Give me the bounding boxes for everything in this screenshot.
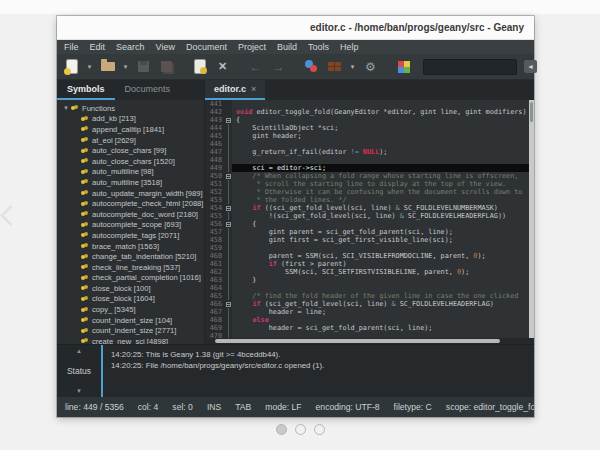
- symbol-item[interactable]: append_calltip [1841]: [63, 124, 204, 135]
- code-text[interactable]: if (first > parent): [232, 260, 534, 268]
- code-text[interactable]: ScintillaObject *sci;: [232, 124, 534, 132]
- tab-status[interactable]: Status: [67, 366, 91, 376]
- tab-scroll-up-icon[interactable]: ▲: [76, 348, 82, 354]
- symbol-item[interactable]: count_indent_size [2771]: [63, 325, 204, 336]
- expander-icon[interactable]: ▼: [63, 105, 71, 111]
- code-text[interactable]: gint header;: [232, 132, 534, 140]
- menu-build[interactable]: Build: [277, 40, 297, 54]
- fold-marker-icon[interactable]: [225, 172, 232, 180]
- carousel-dot-1[interactable]: [276, 424, 287, 435]
- code-text[interactable]: * the folded lines. */: [232, 196, 534, 204]
- menu-help[interactable]: Help: [340, 40, 359, 54]
- symbol-item[interactable]: auto_close_chars [99]: [63, 145, 204, 156]
- code-text[interactable]: * Otherwise it can be confusing when the…: [232, 188, 534, 196]
- symbol-item[interactable]: autocomplete_check_html [2088]: [63, 198, 204, 209]
- code-text[interactable]: sci = editor->sci;: [232, 164, 534, 172]
- fold-marker-icon[interactable]: [225, 204, 232, 212]
- code-text[interactable]: [232, 156, 534, 164]
- search-input[interactable]: [423, 59, 517, 75]
- carousel-dot-2[interactable]: [295, 424, 306, 435]
- code-text[interactable]: [232, 244, 534, 252]
- horizontal-scrollbar-thumb[interactable]: [215, 339, 500, 343]
- code-text[interactable]: [232, 100, 534, 108]
- nav-forward-button[interactable]: →: [269, 57, 288, 76]
- symbol-item[interactable]: count_indent_size [104]: [63, 315, 204, 326]
- compile-button[interactable]: [302, 57, 321, 76]
- code-text[interactable]: * scroll the starting line to display at…: [232, 180, 534, 188]
- tab-editor-c[interactable]: editor.c ×: [205, 80, 265, 100]
- fold-marker-icon[interactable]: [225, 300, 232, 308]
- vertical-scrollbar-thumb[interactable]: [530, 102, 533, 122]
- carousel-prev-arrow-icon[interactable]: [0, 205, 21, 226]
- close-button[interactable]: ✕: [213, 57, 232, 76]
- tab-close-icon[interactable]: ×: [251, 84, 256, 94]
- open-file-dropdown-icon[interactable]: ▾: [121, 63, 130, 71]
- symbol-item[interactable]: autocomplete_scope [693]: [63, 220, 204, 231]
- symbol-item[interactable]: check_line_breaking [537]: [63, 262, 204, 273]
- symbol-item[interactable]: close_block [1604]: [63, 294, 204, 305]
- code-text[interactable]: [232, 284, 534, 292]
- code-text[interactable]: else: [232, 316, 534, 324]
- revert-button[interactable]: [190, 57, 209, 76]
- code-text[interactable]: parent = SSM(sci, SCI_VISIBLEFROMDOCLINE…: [232, 252, 534, 260]
- save-all-button[interactable]: [157, 57, 176, 76]
- symbol-item[interactable]: create_new_sci [4898]: [63, 336, 204, 344]
- symbol-item[interactable]: at_eol [2629]: [63, 135, 204, 146]
- color-chooser-button[interactable]: [394, 57, 413, 76]
- vertical-scrollbar[interactable]: [529, 100, 534, 338]
- save-button[interactable]: [134, 57, 153, 76]
- code-text[interactable]: gint first = sci_get_first_visible_line(…: [232, 236, 534, 244]
- code-text[interactable]: SSM(sci, SCI_SETFIRSTVISIBLELINE, parent…: [232, 268, 534, 276]
- menu-tools[interactable]: Tools: [308, 40, 329, 54]
- horizontal-scrollbar[interactable]: [205, 338, 534, 344]
- symbol-item[interactable]: autocomplete_tags [2071]: [63, 230, 204, 241]
- fold-marker-icon[interactable]: [225, 116, 232, 124]
- code-text[interactable]: {: [232, 116, 534, 124]
- code-text[interactable]: {: [232, 220, 534, 228]
- new-file-dropdown-icon[interactable]: ▾: [85, 63, 94, 71]
- goto-line-button[interactable]: ◂: [521, 57, 540, 76]
- symbol-item[interactable]: change_tab_indentation [5210]: [63, 251, 204, 262]
- symbol-item[interactable]: add_kb [213]: [63, 114, 204, 125]
- code-text[interactable]: g_return_if_fail(editor != NULL);: [232, 148, 534, 156]
- symbol-item[interactable]: auto_multiline [98]: [63, 167, 204, 178]
- symbol-item[interactable]: copy_ [5345]: [63, 304, 204, 315]
- symbol-item[interactable]: close_block [100]: [63, 283, 204, 294]
- new-file-button[interactable]: [62, 57, 81, 76]
- code-text[interactable]: [232, 140, 534, 148]
- execute-button[interactable]: ⚙: [361, 57, 380, 76]
- menu-file[interactable]: File: [64, 40, 79, 54]
- symbol-item[interactable]: auto_close_chars [1520]: [63, 156, 204, 167]
- menu-view[interactable]: View: [156, 40, 175, 54]
- symbol-item[interactable]: autocomplete_doc_word [2180]: [63, 209, 204, 220]
- code-text[interactable]: header = line;: [232, 308, 534, 316]
- symbol-item[interactable]: brace_match [1563]: [63, 241, 204, 252]
- code-text[interactable]: if (sci_get_fold_level(sci, line) & SC_F…: [232, 300, 534, 308]
- code-text[interactable]: header = sci_get_fold_parent(sci, line);: [232, 324, 534, 332]
- carousel-dot-3[interactable]: [314, 424, 325, 435]
- code-text[interactable]: void editor_toggle_fold(GeanyEditor *edi…: [232, 108, 534, 116]
- tab-documents[interactable]: Documents: [115, 80, 181, 100]
- build-dropdown-icon[interactable]: ▾: [348, 63, 357, 71]
- build-button[interactable]: [325, 57, 344, 76]
- menu-project[interactable]: Project: [238, 40, 266, 54]
- menu-search[interactable]: Search: [116, 40, 145, 54]
- tab-scroll-down-icon[interactable]: ▼: [76, 388, 82, 394]
- nav-back-button[interactable]: ←: [246, 57, 265, 76]
- symbol-item[interactable]: auto_update_margin_width [989]: [63, 188, 204, 199]
- symbols-root-functions[interactable]: ▼Functions: [63, 103, 204, 114]
- code-text[interactable]: }: [232, 276, 534, 284]
- tab-symbols[interactable]: Symbols: [57, 80, 115, 100]
- symbol-item[interactable]: auto_multiline [3518]: [63, 177, 204, 188]
- code-text[interactable]: gint parent = sci_get_fold_parent(sci, l…: [232, 228, 534, 236]
- menu-document[interactable]: Document: [186, 40, 227, 54]
- code-text[interactable]: if ((sci_get_fold_level(sci, line) & SC_…: [232, 204, 534, 212]
- menu-edit[interactable]: Edit: [90, 40, 106, 54]
- code-text[interactable]: /* When collapsing a fold range whose st…: [232, 172, 534, 180]
- code-text[interactable]: /* find the fold header of the given lin…: [232, 292, 534, 300]
- code-text[interactable]: !(sci_get_fold_level(sci, line) & SC_FOL…: [232, 212, 534, 220]
- code-area[interactable]: 441442void editor_toggle_fold(GeanyEdito…: [205, 100, 534, 338]
- symbol-item[interactable]: check_partial_completion [1016]: [63, 273, 204, 284]
- fold-marker-icon[interactable]: [225, 220, 232, 228]
- open-file-button[interactable]: [98, 57, 117, 76]
